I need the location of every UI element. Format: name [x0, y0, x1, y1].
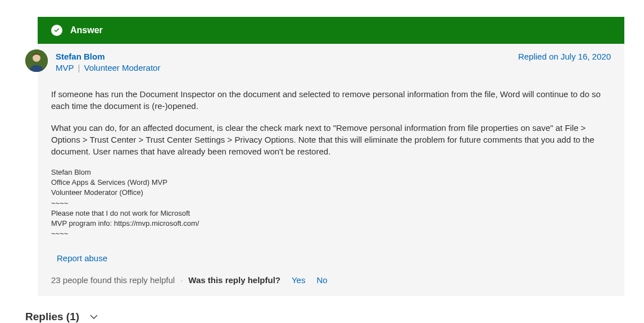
helpful-yes-button[interactable]: Yes [292, 275, 305, 285]
author-title-moderator-link[interactable]: Volunteer Moderator [84, 63, 160, 72]
helpful-question: Was this reply helpful? [188, 275, 280, 285]
signature-line: Volunteer Moderator (Office) [51, 188, 611, 198]
content-paragraph: If someone has run the Document Inspecto… [51, 88, 611, 112]
signature-line: ~~~~ [51, 229, 611, 239]
signature-line: MVP program info: https://mvp.microsoft.… [51, 219, 611, 229]
author-title-mvp-link[interactable]: MVP [56, 63, 74, 72]
answer-banner: Answer [38, 17, 624, 44]
signature-block: Stefan Blom Office Apps & Services (Word… [51, 167, 611, 239]
report-abuse-link[interactable]: Report abuse [57, 253, 107, 263]
replied-date: Replied on July 16, 2020 [518, 52, 611, 61]
signature-line: Office Apps & Services (Word) MVP [51, 178, 611, 188]
replies-label: Replies (1) [25, 311, 79, 323]
helpful-count: 23 people found this reply helpful [51, 275, 175, 285]
content-paragraph: What you can do, for an affected documen… [51, 122, 611, 157]
answer-content: If someone has run the Document Inspecto… [51, 88, 611, 157]
check-circle-icon [51, 25, 62, 36]
avatar[interactable] [25, 49, 48, 72]
author-name-link[interactable]: Stefan Blom [56, 52, 160, 61]
title-separator: | [78, 63, 80, 72]
answer-banner-label: Answer [70, 25, 103, 35]
signature-line: ~~~~ [51, 198, 611, 208]
chevron-down-icon [89, 312, 98, 321]
signature-line: Stefan Blom [51, 167, 611, 178]
answer-body: Stefan Blom MVP | Volunteer Moderator Re… [38, 44, 624, 296]
separator-dot: · [180, 275, 183, 285]
signature-line: Please note that I do not work for Micro… [51, 208, 611, 219]
helpful-row: 23 people found this reply helpful · Was… [51, 275, 611, 285]
replies-toggle[interactable]: Replies (1) [25, 311, 624, 323]
helpful-no-button[interactable]: No [316, 275, 327, 285]
